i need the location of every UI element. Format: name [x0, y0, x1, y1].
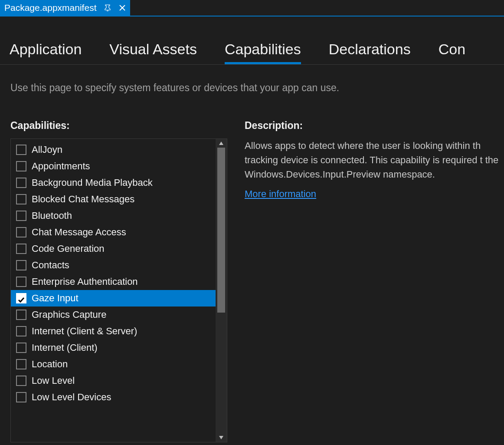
- pin-icon[interactable]: [104, 4, 111, 11]
- capability-checkbox[interactable]: [16, 178, 26, 188]
- capability-item[interactable]: Bluetooth: [11, 208, 227, 224]
- capability-label: Enterprise Authentication: [32, 276, 138, 287]
- tab-capabilities[interactable]: Capabilities: [225, 41, 301, 64]
- scrollbar[interactable]: [216, 139, 227, 442]
- svg-marker-3: [219, 436, 223, 439]
- document-tab-title: Package.appxmanifest: [4, 3, 96, 13]
- capability-item[interactable]: AllJoyn: [11, 142, 227, 158]
- capability-label: Chat Message Access: [32, 227, 126, 238]
- scroll-thumb[interactable]: [217, 148, 225, 313]
- capability-item[interactable]: Gaze Input: [11, 290, 227, 307]
- capability-item[interactable]: Blocked Chat Messages: [11, 191, 227, 208]
- capability-label: Code Generation: [32, 243, 105, 254]
- capability-checkbox[interactable]: [16, 244, 26, 254]
- more-info-link[interactable]: More information: [245, 188, 316, 200]
- capability-label: Location: [32, 359, 68, 370]
- capability-checkbox[interactable]: [16, 211, 26, 221]
- document-tab-active[interactable]: Package.appxmanifest: [0, 0, 130, 16]
- capability-label: Appointments: [32, 161, 90, 172]
- manifest-nav-tabs: Application Visual Assets Capabilities D…: [0, 16, 504, 65]
- capability-label: Contacts: [32, 260, 69, 271]
- capability-item[interactable]: Code Generation: [11, 241, 227, 257]
- capabilities-list: AllJoynAppointmentsBackground Media Play…: [11, 139, 227, 408]
- capabilities-column: Capabilities: AllJoynAppointmentsBackgro…: [10, 120, 227, 442]
- document-tabbar: Package.appxmanifest: [0, 0, 504, 16]
- capability-label: Low Level: [32, 375, 75, 386]
- capability-checkbox[interactable]: [16, 326, 26, 336]
- check-icon: [18, 295, 25, 302]
- capability-label: Internet (Client): [32, 342, 98, 353]
- capability-label: Gaze Input: [32, 293, 79, 304]
- capability-item[interactable]: Low Level Devices: [11, 389, 227, 405]
- tab-visual-assets[interactable]: Visual Assets: [109, 41, 197, 64]
- capability-checkbox[interactable]: [16, 145, 26, 155]
- scroll-down-arrow[interactable]: [216, 433, 227, 442]
- capability-item[interactable]: Enterprise Authentication: [11, 274, 227, 290]
- capability-item[interactable]: Contacts: [11, 257, 227, 274]
- capability-label: AllJoyn: [32, 144, 62, 155]
- capability-checkbox[interactable]: [16, 161, 26, 171]
- capability-checkbox[interactable]: [16, 293, 26, 303]
- capability-label: Graphics Capture: [32, 309, 106, 320]
- capability-label: Internet (Client & Server): [32, 326, 137, 337]
- description-text: Allows apps to detect where the user is …: [245, 138, 504, 181]
- description-header: Description:: [245, 120, 504, 132]
- tab-declarations[interactable]: Declarations: [329, 41, 411, 64]
- scroll-up-arrow[interactable]: [216, 139, 227, 148]
- capability-checkbox[interactable]: [16, 277, 26, 287]
- page-intro-text: Use this page to specify system features…: [0, 65, 504, 94]
- capabilities-listbox: AllJoynAppointmentsBackground Media Play…: [10, 138, 227, 442]
- capability-checkbox[interactable]: [16, 359, 26, 369]
- capability-checkbox[interactable]: [16, 343, 26, 353]
- capability-item[interactable]: Graphics Capture: [11, 307, 227, 323]
- capability-item[interactable]: Chat Message Access: [11, 224, 227, 241]
- capability-item[interactable]: Low Level: [11, 372, 227, 389]
- description-column: Description: Allows apps to detect where…: [245, 120, 504, 442]
- capability-item[interactable]: Background Media Playback: [11, 175, 227, 191]
- close-icon[interactable]: [119, 4, 126, 11]
- capability-item[interactable]: Location: [11, 356, 227, 372]
- capability-label: Low Level Devices: [32, 392, 111, 403]
- capabilities-header: Capabilities:: [10, 120, 227, 132]
- main-content: Capabilities: AllJoynAppointmentsBackgro…: [0, 94, 504, 442]
- capability-checkbox[interactable]: [16, 376, 26, 386]
- svg-marker-2: [219, 142, 223, 145]
- capability-checkbox[interactable]: [16, 310, 26, 320]
- capability-label: Blocked Chat Messages: [32, 194, 134, 205]
- capability-item[interactable]: Internet (Client): [11, 340, 227, 356]
- capability-item[interactable]: Appointments: [11, 158, 227, 175]
- capability-checkbox[interactable]: [16, 392, 26, 402]
- capability-checkbox[interactable]: [16, 260, 26, 270]
- capability-label: Bluetooth: [32, 210, 72, 221]
- capability-label: Background Media Playback: [32, 177, 153, 188]
- capability-item[interactable]: Internet (Client & Server): [11, 323, 227, 340]
- capability-checkbox[interactable]: [16, 194, 26, 204]
- tab-application[interactable]: Application: [10, 41, 82, 64]
- tab-content-uris[interactable]: Con: [439, 41, 465, 64]
- capability-checkbox[interactable]: [16, 227, 26, 237]
